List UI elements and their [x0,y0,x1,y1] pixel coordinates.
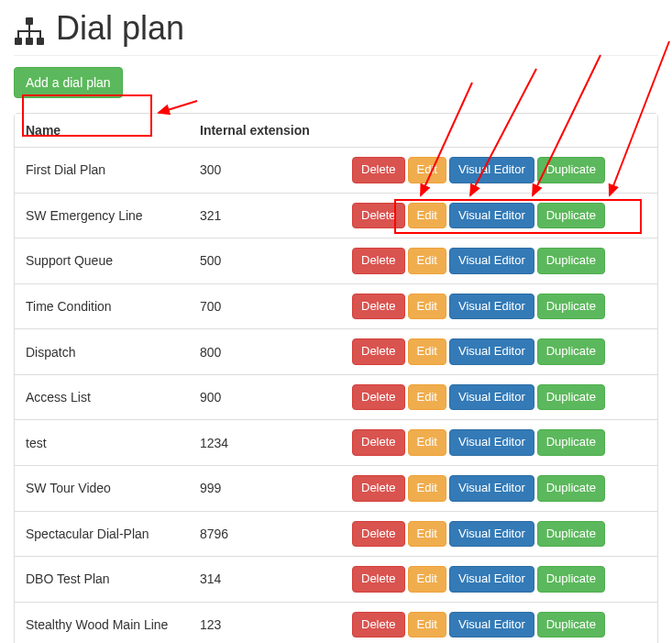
cell-extension: 8796 [189,511,326,557]
duplicate-button[interactable]: Duplicate [537,429,605,456]
cell-name: SW Emergency Line [15,193,189,238]
cell-name: Stealthy Wood Main Line [15,602,189,643]
edit-button[interactable]: Edit [408,429,446,456]
table-row: test1234DeleteEditVisual EditorDuplicate [15,420,657,466]
delete-button[interactable]: Delete [352,203,405,229]
table-row: Spectacular Dial-Plan8796DeleteEditVisua… [15,511,657,557]
col-header-ext: Internal extension [189,114,326,148]
duplicate-button[interactable]: Duplicate [537,157,605,183]
visual-editor-button[interactable]: Visual Editor [449,338,534,365]
delete-button[interactable]: Delete [352,521,405,548]
delete-button[interactable]: Delete [352,248,405,274]
cell-actions: DeleteEditVisual EditorDuplicate [326,329,657,375]
cell-name: Spectacular Dial-Plan [15,511,189,557]
edit-button[interactable]: Edit [408,475,446,502]
edit-button[interactable]: Edit [408,157,446,183]
dial-plan-table: Name Internal extension First Dial Plan3… [15,114,657,643]
table-row: SW Tour Video999DeleteEditVisual EditorD… [15,465,657,511]
visual-editor-button[interactable]: Visual Editor [449,157,534,183]
cell-name: Dispatch [15,329,189,375]
duplicate-button[interactable]: Duplicate [537,521,605,548]
table-row: Support Queue500DeleteEditVisual EditorD… [15,238,657,284]
table-row: First Dial Plan300DeleteEditVisual Edito… [15,148,657,194]
cell-actions: DeleteEditVisual EditorDuplicate [326,511,657,557]
visual-editor-button[interactable]: Visual Editor [449,384,534,411]
edit-button[interactable]: Edit [408,338,446,365]
cell-name: Support Queue [15,238,189,284]
cell-extension: 700 [189,283,326,329]
duplicate-button[interactable]: Duplicate [537,384,605,411]
edit-button[interactable]: Edit [408,248,446,274]
visual-editor-button[interactable]: Visual Editor [449,475,534,502]
delete-button[interactable]: Delete [352,294,405,320]
svg-rect-0 [26,17,33,25]
col-header-actions [326,114,657,148]
delete-button[interactable]: Delete [352,612,405,638]
edit-button[interactable]: Edit [408,203,446,229]
duplicate-button[interactable]: Duplicate [537,475,605,502]
cell-extension: 300 [189,148,326,194]
delete-button[interactable]: Delete [352,475,405,502]
cell-actions: DeleteEditVisual EditorDuplicate [326,557,657,603]
visual-editor-button[interactable]: Visual Editor [449,294,534,320]
visual-editor-button[interactable]: Visual Editor [449,521,534,548]
visual-editor-button[interactable]: Visual Editor [449,612,534,638]
cell-extension: 1234 [189,420,326,466]
delete-button[interactable]: Delete [352,566,405,593]
cell-actions: DeleteEditVisual EditorDuplicate [326,465,657,511]
cell-actions: DeleteEditVisual EditorDuplicate [326,374,657,420]
edit-button[interactable]: Edit [408,521,446,548]
cell-actions: DeleteEditVisual EditorDuplicate [326,148,657,194]
cell-actions: DeleteEditVisual EditorDuplicate [326,602,657,643]
cell-extension: 321 [189,193,326,238]
delete-button[interactable]: Delete [352,384,405,411]
annotation-arrow-add [159,101,197,113]
svg-rect-1 [15,38,22,45]
add-dial-plan-button[interactable]: Add a dial plan [14,67,123,98]
table-row: DBO Test Plan314DeleteEditVisual EditorD… [15,557,657,603]
duplicate-button[interactable]: Duplicate [537,612,605,638]
delete-button[interactable]: Delete [352,157,405,183]
cell-actions: DeleteEditVisual EditorDuplicate [326,420,657,466]
cell-extension: 800 [189,329,326,375]
edit-button[interactable]: Edit [408,612,446,638]
duplicate-button[interactable]: Duplicate [537,566,605,593]
cell-extension: 314 [189,557,326,603]
delete-button[interactable]: Delete [352,338,405,365]
cell-name: Access List [15,374,189,420]
edit-button[interactable]: Edit [408,384,446,411]
table-row: Access List900DeleteEditVisual EditorDup… [15,374,657,420]
duplicate-button[interactable]: Duplicate [537,338,605,365]
cell-extension: 123 [189,602,326,643]
visual-editor-button[interactable]: Visual Editor [449,203,534,229]
page-title: Dial plan [14,9,658,56]
cell-actions: DeleteEditVisual EditorDuplicate [326,193,657,238]
cell-name: test [15,420,189,466]
table-row: Stealthy Wood Main Line123DeleteEditVisu… [15,602,657,643]
edit-button[interactable]: Edit [408,294,446,320]
page-title-text: Dial plan [56,9,184,48]
delete-button[interactable]: Delete [352,429,405,456]
cell-name: SW Tour Video [15,465,189,511]
visual-editor-button[interactable]: Visual Editor [449,248,534,274]
duplicate-button[interactable]: Duplicate [537,294,605,320]
table-row: SW Emergency Line321DeleteEditVisual Edi… [15,193,657,238]
cell-extension: 999 [189,465,326,511]
visual-editor-button[interactable]: Visual Editor [449,566,534,593]
table-row: Dispatch800DeleteEditVisual EditorDuplic… [15,329,657,375]
svg-rect-2 [26,38,33,45]
cell-actions: DeleteEditVisual EditorDuplicate [326,283,657,329]
cell-name: First Dial Plan [15,148,189,194]
cell-extension: 900 [189,374,326,420]
cell-extension: 500 [189,238,326,284]
visual-editor-button[interactable]: Visual Editor [449,429,534,456]
edit-button[interactable]: Edit [408,566,446,593]
svg-rect-3 [37,38,44,45]
cell-name: DBO Test Plan [15,557,189,603]
cell-name: Time Condition [15,283,189,329]
duplicate-button[interactable]: Duplicate [537,203,605,229]
duplicate-button[interactable]: Duplicate [537,248,605,274]
cell-actions: DeleteEditVisual EditorDuplicate [326,238,657,284]
col-header-name: Name [15,114,189,148]
table-row: Time Condition700DeleteEditVisual Editor… [15,283,657,329]
